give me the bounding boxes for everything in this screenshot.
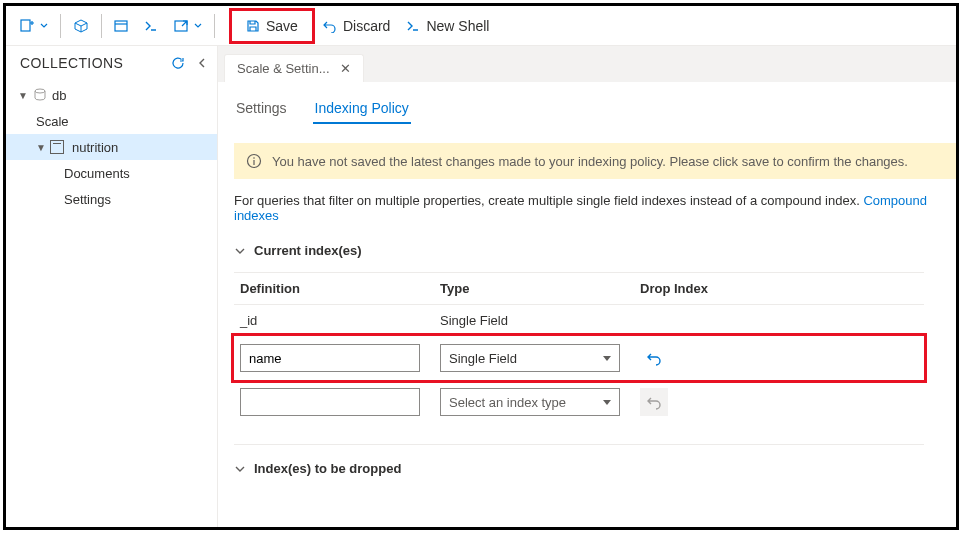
undo-icon <box>646 350 662 366</box>
toolbar: Save Discard New Shell <box>6 6 956 46</box>
type-select[interactable]: Single Field <box>440 344 620 372</box>
close-icon[interactable]: ✕ <box>340 61 351 76</box>
divider <box>234 444 924 445</box>
db-label: db <box>52 88 66 103</box>
refresh-icon <box>171 56 185 70</box>
chevron-down-icon <box>40 22 48 30</box>
svg-rect-1 <box>115 21 127 31</box>
collapse-button[interactable] <box>191 54 213 72</box>
definition-input[interactable] <box>240 388 420 416</box>
new-icon <box>20 19 34 33</box>
nutrition-label: nutrition <box>72 140 118 155</box>
new-dropdown-button[interactable] <box>12 10 56 42</box>
table-row: Select an index type <box>234 380 924 424</box>
table-row-highlighted: Single Field <box>234 336 924 380</box>
cube-icon <box>73 18 89 34</box>
indexes-table: Definition Type Drop Index _id Single Fi… <box>234 272 924 424</box>
expand-icon: ▼ <box>36 142 46 153</box>
shell-button[interactable] <box>136 10 166 42</box>
chevron-down-icon <box>234 463 246 475</box>
subtabs: Settings Indexing Policy <box>234 94 956 125</box>
svg-rect-7 <box>253 160 254 165</box>
toolbar-separator <box>60 14 61 38</box>
box-button[interactable] <box>65 10 97 42</box>
table-row: _id Single Field <box>234 305 924 337</box>
tree-node-settings[interactable]: Settings <box>6 186 217 212</box>
tree-node-db[interactable]: ▼ db <box>6 82 217 108</box>
type-select-value: Single Field <box>449 351 517 366</box>
subtab-settings[interactable]: Settings <box>234 94 289 124</box>
description: For queries that filter on multiple prop… <box>234 193 956 223</box>
new-shell-button[interactable]: New Shell <box>398 10 497 42</box>
save-button[interactable]: Save <box>229 8 315 44</box>
settings-label: Settings <box>64 192 111 207</box>
cell-definition: _id <box>234 305 434 337</box>
revert-button[interactable] <box>640 344 668 372</box>
svg-point-6 <box>253 157 255 159</box>
chevron-down-icon <box>194 22 202 30</box>
banner-text: You have not saved the latest changes ma… <box>272 154 908 169</box>
content: Scale & Settin... ✕ Settings Indexing Po… <box>218 46 956 527</box>
tabstrip: Scale & Settin... ✕ <box>218 46 956 82</box>
tree: ▼ db Scale ▼ nutrition Documents Setting… <box>6 80 217 214</box>
definition-input[interactable] <box>240 344 420 372</box>
open-dropdown-button[interactable] <box>166 10 210 42</box>
col-type: Type <box>434 273 634 305</box>
subtab-indexing-policy[interactable]: Indexing Policy <box>313 94 411 124</box>
scale-label: Scale <box>36 114 69 129</box>
chevron-left-icon <box>197 56 207 70</box>
tree-node-documents[interactable]: Documents <box>6 160 217 186</box>
info-icon <box>246 153 262 169</box>
tab-scale-settings[interactable]: Scale & Settin... ✕ <box>224 54 364 82</box>
type-select[interactable]: Select an index type <box>440 388 620 416</box>
discard-label: Discard <box>343 18 390 34</box>
tab-label: Scale & Settin... <box>237 61 330 76</box>
unsaved-changes-banner: You have not saved the latest changes ma… <box>234 143 956 179</box>
refresh-button[interactable] <box>165 54 191 72</box>
save-icon <box>246 19 260 33</box>
discard-button[interactable]: Discard <box>315 10 398 42</box>
prompt-icon <box>144 19 158 33</box>
type-select-placeholder: Select an index type <box>449 395 566 410</box>
window-icon <box>114 19 128 33</box>
prompt-icon <box>406 19 420 33</box>
section-title: Current index(es) <box>254 243 362 258</box>
undo-icon <box>646 394 662 410</box>
database-icon <box>32 87 48 103</box>
collections-title: COLLECTIONS <box>20 55 165 71</box>
toolbar-separator <box>101 14 102 38</box>
undo-icon <box>323 19 337 33</box>
chevron-down-icon <box>234 245 246 257</box>
svg-point-4 <box>35 89 45 93</box>
sidebar: COLLECTIONS ▼ db Scale ▼ <box>6 46 218 527</box>
col-drop: Drop Index <box>634 273 924 305</box>
section-dropped-indexes[interactable]: Index(es) to be dropped <box>234 461 956 476</box>
sidebar-header: COLLECTIONS <box>6 46 217 80</box>
save-label: Save <box>266 18 298 34</box>
window-button[interactable] <box>106 10 136 42</box>
collection-icon <box>50 140 64 154</box>
cell-type: Single Field <box>434 305 634 337</box>
desc-text: For queries that filter on multiple prop… <box>234 193 863 208</box>
tree-node-scale[interactable]: Scale <box>6 108 217 134</box>
new-shell-label: New Shell <box>426 18 489 34</box>
open-icon <box>174 19 188 33</box>
tree-node-nutrition[interactable]: ▼ nutrition <box>6 134 217 160</box>
section-title: Index(es) to be dropped <box>254 461 401 476</box>
col-definition: Definition <box>234 273 434 305</box>
svg-rect-0 <box>21 20 30 31</box>
expand-icon: ▼ <box>18 90 28 101</box>
section-current-indexes[interactable]: Current index(es) <box>234 243 956 258</box>
documents-label: Documents <box>64 166 130 181</box>
toolbar-separator <box>214 14 215 38</box>
revert-button-disabled <box>640 388 668 416</box>
